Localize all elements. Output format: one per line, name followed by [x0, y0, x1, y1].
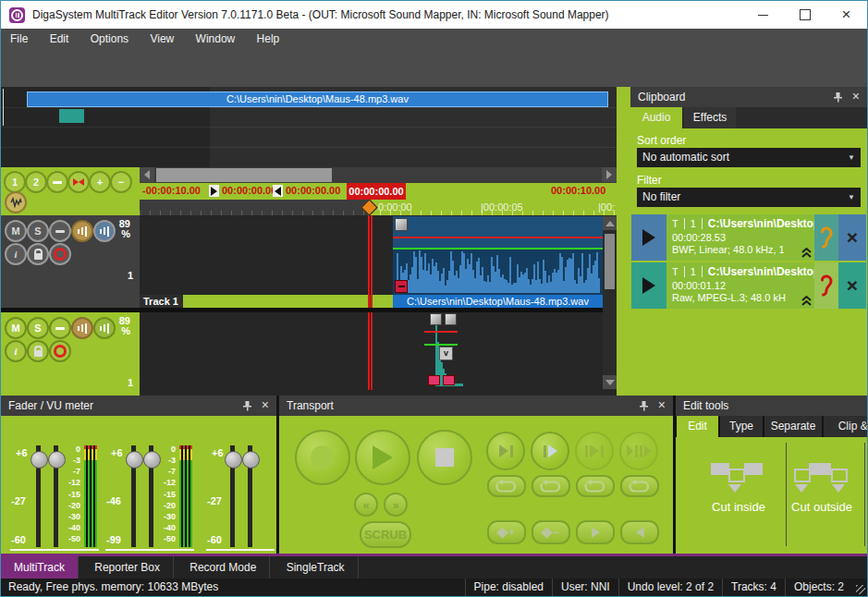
object-handle[interactable]: [430, 313, 442, 325]
tab-record-mode[interactable]: Record Mode: [177, 556, 270, 579]
solo-button[interactable]: S: [27, 317, 49, 339]
cut-inside-icon[interactable]: [711, 463, 763, 496]
tab-edit[interactable]: Edit: [677, 416, 718, 437]
minimize-track-button[interactable]: [49, 317, 71, 339]
tab-clip-insert[interactable]: Clip & I: [824, 416, 868, 437]
play-button[interactable]: [355, 430, 410, 485]
meter-green-icon[interactable]: [93, 317, 116, 339]
zoom-minus-button[interactable]: [46, 171, 68, 193]
play-button[interactable]: [631, 262, 666, 309]
clipboard-item[interactable]: T1C:\Users\nin\Desktop\ 00:00:01.12 Raw,…: [631, 262, 866, 309]
object-handle[interactable]: [445, 313, 457, 325]
record-arm-button[interactable]: [49, 340, 71, 362]
tab-singletrack[interactable]: SingleTrack: [274, 556, 359, 579]
next-marker-button[interactable]: [576, 520, 615, 544]
object-fade-handle[interactable]: [443, 375, 455, 385]
zoom-to-marks-icon[interactable]: [67, 171, 90, 193]
loop-button[interactable]: [487, 475, 526, 497]
zoom-out-button[interactable]: −: [110, 171, 132, 193]
clip-info[interactable]: T1C:\Users\nin\Desktop\ 00:00:28.53 BWF,…: [666, 214, 814, 261]
tab-reporter-box[interactable]: Reporter Box: [81, 556, 174, 579]
meter-blue-icon[interactable]: [93, 220, 116, 242]
scrub-button[interactable]: SCRUB: [360, 521, 411, 548]
meter-gold-icon[interactable]: [71, 317, 93, 339]
scroll-up-icon[interactable]: [603, 216, 617, 230]
volume-point[interactable]: v: [439, 347, 453, 360]
record-arm-button[interactable]: [49, 243, 71, 265]
rewind-button[interactable]: «: [354, 493, 378, 517]
play-button[interactable]: [631, 214, 666, 261]
time-ruler-scale[interactable]: 0:00:00 |00:00:05 |00:: [140, 200, 617, 215]
horizontal-scrollbar[interactable]: [140, 167, 617, 183]
scrollbar-thumb[interactable]: [156, 168, 332, 182]
mark-out-marker[interactable]: [273, 185, 283, 197]
minimize-button[interactable]: [742, 1, 784, 29]
close-icon[interactable]: ×: [658, 397, 666, 412]
meter-gold-icon[interactable]: [71, 220, 93, 242]
scroll-down-icon[interactable]: [603, 375, 617, 389]
scroll-left-icon[interactable]: [140, 167, 154, 182]
delete-icon[interactable]: ×: [838, 214, 866, 261]
loop-button[interactable]: [532, 475, 570, 497]
zoom-preset-1-button[interactable]: 1: [4, 171, 26, 193]
mute-button[interactable]: M: [5, 220, 27, 242]
fader-knob[interactable]: [225, 451, 242, 469]
track-name[interactable]: Track 1: [140, 295, 183, 308]
object-volume-line[interactable]: [393, 248, 603, 250]
stop-button[interactable]: [417, 430, 472, 485]
delete-icon[interactable]: ×: [838, 262, 866, 309]
overview-clip-object[interactable]: [59, 109, 84, 123]
mark-in-marker[interactable]: [209, 185, 219, 197]
clipboard-item[interactable]: T1C:\Users\nin\Desktop\ 00:00:28.53 BWF,…: [631, 214, 866, 261]
add-marker-button[interactable]: +: [487, 520, 526, 544]
menu-window[interactable]: Window: [187, 29, 245, 49]
close-icon[interactable]: ×: [262, 397, 269, 412]
tab-type[interactable]: Type: [720, 416, 763, 437]
loop-button[interactable]: [576, 475, 615, 497]
zoom-preset-2-button[interactable]: 2: [25, 171, 47, 193]
play-between-marks-button[interactable]: [575, 432, 614, 470]
object-volume-line[interactable]: [424, 344, 458, 346]
tab-separate[interactable]: Separate: [764, 416, 822, 437]
tab-audio[interactable]: Audio: [630, 107, 682, 128]
sort-order-select[interactable]: No automatic sort▼: [637, 148, 861, 167]
pin-icon[interactable]: [833, 91, 843, 105]
loop-button[interactable]: [620, 475, 659, 497]
collapse-icon[interactable]: [801, 295, 813, 307]
info-button[interactable]: i: [5, 340, 27, 362]
play-around-cut-button[interactable]: [619, 432, 658, 470]
object-fade-handle[interactable]: [395, 280, 408, 293]
menu-help[interactable]: Help: [248, 29, 289, 49]
mute-button[interactable]: M: [5, 317, 27, 339]
close-icon[interactable]: ×: [852, 89, 860, 104]
solo-button[interactable]: S: [27, 220, 49, 242]
maximize-button[interactable]: [784, 1, 825, 29]
scrollbar-thumb[interactable]: [605, 234, 615, 289]
lock-button[interactable]: [27, 243, 49, 265]
filter-select[interactable]: No filter▼: [637, 188, 861, 207]
play-to-mark-button[interactable]: [486, 432, 525, 470]
prev-marker-button[interactable]: [620, 520, 659, 544]
soundhead-time-box[interactable]: 00:00:00.00: [347, 183, 406, 200]
overview-audio-object[interactable]: C:\Users\nin\Desktop\Maus-48.mp3.wav: [27, 91, 608, 107]
info-button[interactable]: i: [5, 243, 27, 265]
scroll-right-icon[interactable]: [602, 167, 617, 182]
menu-view[interactable]: View: [141, 29, 183, 49]
tab-effects[interactable]: Effects: [684, 107, 736, 128]
minimize-track-button[interactable]: [49, 220, 71, 242]
waveform-mode-icon[interactable]: [5, 191, 27, 213]
audio-object[interactable]: [393, 216, 603, 295]
forward-button[interactable]: »: [384, 493, 408, 517]
prelisten-ear-icon[interactable]: [814, 262, 838, 309]
object-fade-handle[interactable]: [428, 375, 440, 385]
fader-knob[interactable]: [31, 451, 48, 469]
cut-outside-button[interactable]: Cut outside: [773, 500, 868, 514]
collapse-icon[interactable]: [801, 247, 813, 259]
cut-outside-icon[interactable]: [794, 463, 846, 496]
vertical-scrollbar[interactable]: [603, 215, 617, 390]
menu-file[interactable]: File: [1, 29, 37, 49]
remove-marker-button[interactable]: −: [532, 520, 570, 544]
pin-icon[interactable]: [639, 400, 649, 414]
fader-knob[interactable]: [126, 451, 143, 469]
lock-button[interactable]: [27, 340, 49, 362]
